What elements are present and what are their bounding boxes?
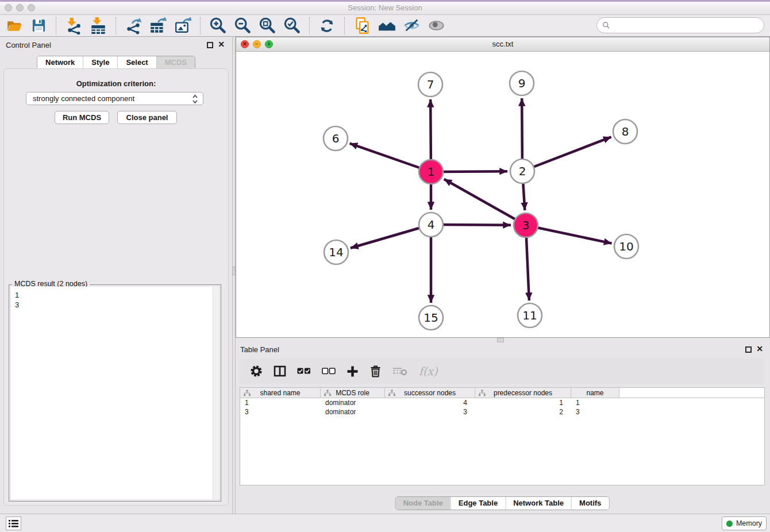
column-header-successor-nodes[interactable]: successor nodes	[385, 388, 475, 398]
search-input[interactable]	[613, 21, 764, 30]
import-table-button[interactable]	[89, 17, 107, 35]
hide-graphics-details-button[interactable]	[402, 17, 421, 35]
run-mcds-button[interactable]: Run MCDS	[55, 111, 109, 124]
optimization-criterion-select[interactable]: strongly connected component	[26, 92, 203, 105]
table-row[interactable]: 3dominator323	[240, 407, 764, 417]
graph-node-7[interactable]: 7	[418, 72, 442, 97]
export-network-button[interactable]	[124, 17, 143, 35]
status-bar: Memory	[0, 514, 770, 532]
graph-node-14[interactable]: 14	[324, 240, 348, 264]
network-graph: 1234678910111415	[236, 52, 769, 337]
column-settings-button[interactable]	[250, 365, 263, 377]
search-field[interactable]	[596, 17, 764, 33]
tab-style[interactable]: Style	[83, 56, 117, 69]
export-table-icon	[149, 17, 167, 34]
splitter-grip-icon[interactable]	[497, 338, 504, 342]
export-table-button[interactable]	[149, 17, 167, 35]
node-label: 4	[428, 218, 435, 232]
table-cell-mcds-role[interactable]: dominator	[321, 399, 385, 407]
graph-edge-2-8[interactable]	[522, 137, 611, 171]
node-label: 3	[522, 218, 530, 232]
table-cell-mcds-role[interactable]: dominator	[321, 408, 385, 416]
graph-node-10[interactable]: 10	[614, 234, 638, 259]
close-panel-button[interactable]: Close panel	[117, 111, 177, 124]
show-graphics-details-button[interactable]	[427, 17, 445, 35]
zoom-selected-button[interactable]	[283, 17, 301, 35]
table-panel-close-icon[interactable]: ✕	[756, 345, 763, 353]
zoom-fit-button[interactable]	[258, 17, 276, 35]
column-header-shared-name[interactable]: shared name	[240, 388, 321, 398]
select-all-button[interactable]	[297, 368, 311, 375]
tab-network[interactable]: Network	[37, 56, 83, 69]
control-panel-tabs: NetworkStyleSelectMCDS	[37, 56, 195, 70]
graph-edge-3-10[interactable]	[526, 225, 612, 244]
function-builder-button[interactable]: f(x)	[419, 365, 438, 377]
tab-edge-table[interactable]: Edge Table	[451, 497, 505, 510]
node-label: 15	[424, 311, 438, 325]
memory-button[interactable]: Memory	[722, 516, 767, 530]
table-cell-successor-nodes[interactable]: 3	[385, 408, 475, 416]
graph-node-1[interactable]: 1	[419, 160, 443, 184]
tab-select[interactable]: Select	[117, 56, 156, 69]
mcds-result-line: 3	[15, 300, 207, 310]
graph-node-4[interactable]: 4	[419, 213, 443, 237]
table-cell-shared-name[interactable]: 1	[240, 399, 321, 407]
table-cell-successor-nodes[interactable]: 4	[385, 399, 475, 407]
mcds-panel-body: Optimization criterion: strongly connect…	[3, 68, 229, 506]
node-label: 1	[428, 165, 435, 179]
graph-node-15[interactable]: 15	[419, 306, 443, 330]
network-window-titlebar[interactable]: ✕ − + scc.txt	[236, 37, 769, 52]
tab-motifs[interactable]: Motifs	[571, 497, 609, 510]
mcds-result-scrollbar[interactable]	[213, 287, 219, 499]
column-header-predecessor-nodes[interactable]: predecessor nodes	[475, 388, 571, 398]
graph-node-9[interactable]: 9	[510, 71, 534, 95]
column-header-label: successor nodes	[404, 389, 456, 397]
open-file-button[interactable]	[5, 17, 23, 35]
gear-icon	[250, 365, 263, 377]
reset-home-view-button[interactable]	[378, 17, 396, 35]
graph-edge-3-1[interactable]	[444, 179, 526, 225]
column-header-mcds-role[interactable]: MCDS role	[321, 388, 385, 398]
eye-slash-icon	[403, 17, 421, 34]
graph-edge-1-6[interactable]	[350, 144, 431, 172]
zoom-in-icon	[209, 17, 227, 34]
control-panel-title: Control Panel	[6, 41, 51, 49]
graph-node-2[interactable]: 2	[510, 159, 534, 183]
graph-node-11[interactable]: 11	[518, 303, 542, 327]
delete-row-button[interactable]	[369, 365, 382, 377]
export-image-icon	[174, 17, 191, 34]
task-history-button[interactable]	[6, 516, 21, 530]
column-header-name[interactable]: name	[571, 388, 619, 398]
delete-table-button[interactable]	[392, 366, 408, 376]
graph-node-3[interactable]: 3	[514, 213, 538, 237]
panel-splitter-horizontal[interactable]	[236, 338, 770, 342]
network-view-window: ✕ − + scc.txt 1234678910111415	[236, 37, 770, 338]
refresh-view-button[interactable]	[318, 17, 336, 35]
save-session-button[interactable]	[29, 17, 48, 35]
add-row-button[interactable]	[346, 365, 359, 377]
export-image-button[interactable]	[174, 17, 192, 35]
main-toolbar	[0, 15, 770, 37]
table-cell-shared-name[interactable]: 3	[240, 408, 321, 416]
control-panel-float-icon[interactable]	[207, 42, 213, 48]
table-cell-name[interactable]: 1	[571, 399, 619, 407]
mcds-result-textarea[interactable]: 13	[11, 287, 219, 499]
zoom-in-button[interactable]	[209, 17, 227, 35]
table-row[interactable]: 1dominator411	[240, 398, 764, 407]
import-network-button[interactable]	[64, 17, 83, 35]
unselect-all-button[interactable]	[322, 368, 336, 375]
table-cell-predecessor-nodes[interactable]: 2	[475, 408, 571, 416]
clone-network-button[interactable]	[353, 17, 371, 35]
graph-node-8[interactable]: 8	[613, 119, 637, 144]
table-cell-name[interactable]: 3	[571, 408, 619, 416]
zoom-out-button[interactable]	[233, 17, 252, 35]
table-panel-float-icon[interactable]	[745, 346, 752, 353]
tab-node-table[interactable]: Node Table	[396, 497, 451, 510]
show-columns-button[interactable]	[274, 365, 286, 377]
tab-network-table[interactable]: Network Table	[505, 497, 571, 510]
tab-mcds[interactable]: MCDS	[156, 56, 195, 69]
control-panel-close-icon[interactable]: ✕	[218, 40, 225, 48]
graph-node-6[interactable]: 6	[324, 126, 348, 151]
table-cell-predecessor-nodes[interactable]: 1	[475, 399, 571, 407]
network-canvas[interactable]: 1234678910111415	[236, 52, 769, 337]
